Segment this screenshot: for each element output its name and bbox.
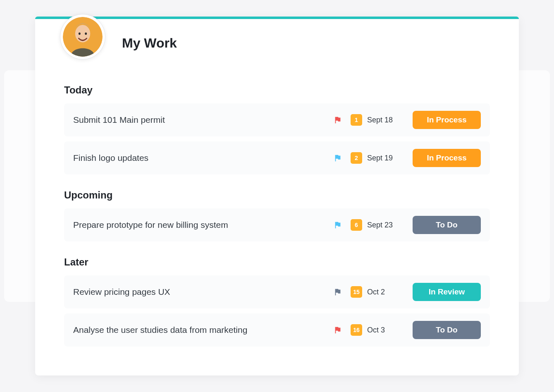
date-label: Sept 23 — [367, 221, 393, 229]
flag-icon[interactable] — [333, 153, 342, 163]
page-title: My Work — [122, 36, 177, 51]
svg-point-4 — [85, 32, 87, 35]
flag-icon[interactable] — [333, 115, 342, 124]
section-title-today: Today — [64, 84, 490, 96]
task-title: Prepare prototype for new billing system — [73, 220, 325, 230]
avatar-icon — [63, 17, 103, 57]
section-title-upcoming: Upcoming — [64, 189, 490, 201]
section-upcoming: Upcoming Prepare prototype for new billi… — [64, 189, 490, 241]
status-button[interactable]: In Review — [413, 283, 481, 301]
day-chip: 6 — [351, 219, 362, 231]
task-row[interactable]: Review pricing pages UX 15 Oct 2 In Revi… — [64, 275, 490, 308]
day-chip: 15 — [351, 286, 362, 298]
card-header: My Work — [35, 19, 519, 64]
task-title: Analyse the user studies data from marke… — [73, 325, 325, 335]
status-button[interactable]: To Do — [413, 321, 481, 339]
section-title-later: Later — [64, 256, 490, 268]
flag-icon[interactable] — [333, 325, 342, 335]
date-label: Oct 2 — [367, 288, 385, 296]
task-title: Review pricing pages UX — [73, 287, 325, 297]
task-title: Finish logo updates — [73, 153, 325, 163]
status-button[interactable]: In Process — [413, 149, 481, 167]
task-date: 1 Sept 18 — [351, 114, 404, 126]
section-later: Later Review pricing pages UX 15 Oct 2 I… — [64, 256, 490, 347]
flag-icon[interactable] — [333, 287, 342, 296]
section-today: Today Submit 101 Main permit 1 Sept 18 I… — [64, 84, 490, 174]
flag-icon[interactable] — [333, 220, 342, 229]
task-date: 16 Oct 3 — [351, 324, 404, 336]
task-sections: Today Submit 101 Main permit 1 Sept 18 I… — [35, 64, 519, 375]
svg-point-3 — [79, 32, 81, 35]
day-chip: 16 — [351, 324, 362, 336]
task-row[interactable]: Submit 101 Main permit 1 Sept 18 In Proc… — [64, 103, 490, 136]
status-button[interactable]: To Do — [413, 216, 481, 234]
avatar[interactable] — [60, 14, 105, 60]
date-label: Sept 19 — [367, 154, 393, 163]
date-label: Oct 3 — [367, 326, 385, 335]
task-date: 2 Sept 19 — [351, 152, 404, 164]
date-label: Sept 18 — [367, 116, 393, 124]
day-chip: 2 — [351, 152, 362, 164]
my-work-card: My Work Today Submit 101 Main permit 1 S… — [35, 17, 519, 375]
task-title: Submit 101 Main permit — [73, 115, 325, 125]
status-button[interactable]: In Process — [413, 111, 481, 129]
svg-point-2 — [75, 25, 90, 42]
task-row[interactable]: Finish logo updates 2 Sept 19 In Process — [64, 141, 490, 174]
task-row[interactable]: Analyse the user studies data from marke… — [64, 313, 490, 347]
task-date: 6 Sept 23 — [351, 219, 404, 231]
task-date: 15 Oct 2 — [351, 286, 404, 298]
day-chip: 1 — [351, 114, 362, 126]
task-row[interactable]: Prepare prototype for new billing system… — [64, 208, 490, 241]
